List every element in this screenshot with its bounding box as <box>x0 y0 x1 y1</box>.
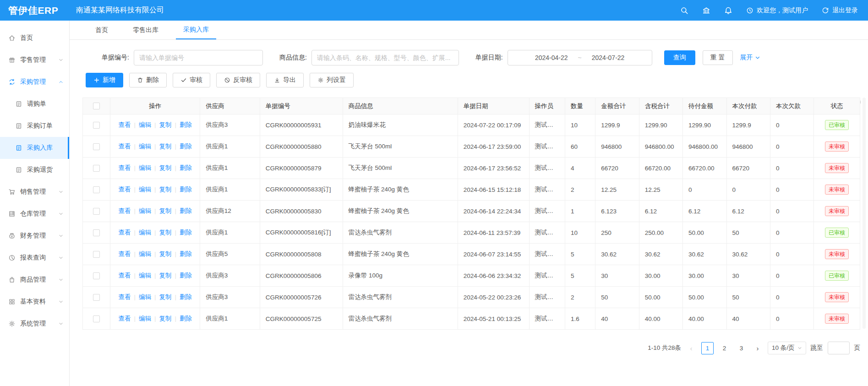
delete-link[interactable]: 删除 <box>172 143 192 150</box>
delete-link[interactable]: 删除 <box>172 294 192 300</box>
tab-retail-outbound[interactable]: 零售出库 <box>126 21 166 39</box>
edit-link[interactable]: 编辑 <box>131 164 151 171</box>
row-checkbox[interactable] <box>93 229 100 236</box>
view-link[interactable]: 查看 <box>118 164 131 171</box>
sidebar-item-product-mgmt[interactable]: 商品管理 <box>0 269 69 291</box>
sidebar-item-purchase-inbound[interactable]: 采购入库 <box>0 137 69 159</box>
row-actions: 查看编辑复制删除 <box>118 186 192 193</box>
edit-link[interactable]: 编辑 <box>131 272 151 279</box>
unaudit-button[interactable]: 反审核 <box>216 73 260 87</box>
view-link[interactable]: 查看 <box>118 121 131 128</box>
date-from-value[interactable]: 2024-04-22 <box>535 54 568 61</box>
row-checkbox[interactable] <box>93 294 100 301</box>
bank-icon[interactable] <box>702 6 710 15</box>
delete-button[interactable]: 删除 <box>129 73 167 87</box>
view-link[interactable]: 查看 <box>118 229 131 236</box>
sidebar-item-purchase-return[interactable]: 采购退货 <box>0 159 69 181</box>
bill-no-input[interactable] <box>134 50 263 65</box>
copy-link[interactable]: 复制 <box>151 186 172 193</box>
view-link[interactable]: 查看 <box>118 143 131 150</box>
row-checkbox[interactable] <box>93 186 100 193</box>
tab-purchase-inbound[interactable]: 采购入库 <box>176 21 216 39</box>
delete-link[interactable]: 删除 <box>172 229 192 236</box>
table-scrollbar[interactable] <box>863 98 866 329</box>
sidebar-item-retail-mgmt[interactable]: 零售管理 <box>0 49 69 71</box>
sidebar-item-purchase-mgmt[interactable]: 采购管理 <box>0 71 69 93</box>
row-checkbox[interactable] <box>93 208 100 215</box>
copy-link[interactable]: 复制 <box>151 164 172 171</box>
view-link[interactable]: 查看 <box>118 207 131 214</box>
page-button-3[interactable]: 3 <box>735 342 748 354</box>
row-checkbox[interactable] <box>93 315 100 322</box>
bell-icon[interactable] <box>724 6 732 15</box>
copy-link[interactable]: 复制 <box>151 250 172 257</box>
row-checkbox[interactable] <box>93 122 100 129</box>
delete-link[interactable]: 删除 <box>172 186 192 193</box>
search-button[interactable]: 查询 <box>664 50 695 65</box>
sidebar-item-system-mgmt[interactable]: 系统管理 <box>0 313 69 335</box>
search-icon[interactable] <box>680 6 688 15</box>
page-size-select[interactable]: 10 条/页 <box>768 342 806 354</box>
edit-link[interactable]: 编辑 <box>131 207 151 214</box>
audit-button[interactable]: 审核 <box>173 73 210 87</box>
copy-link[interactable]: 复制 <box>151 121 172 128</box>
copy-link[interactable]: 复制 <box>151 207 172 214</box>
copy-link[interactable]: 复制 <box>151 229 172 236</box>
sidebar: 首页 零售管理 采购管理 请购单 采购订单 采购入库 <box>0 21 70 386</box>
edit-link[interactable]: 编辑 <box>131 229 151 236</box>
sidebar-item-purchase-order[interactable]: 采购订单 <box>0 115 69 137</box>
edit-link[interactable]: 编辑 <box>131 315 151 322</box>
sidebar-item-basic-data[interactable]: 基本资料 <box>0 291 69 313</box>
sidebar-item-purchase-request[interactable]: 请购单 <box>0 93 69 115</box>
date-to-value[interactable]: 2024-07-22 <box>592 54 625 61</box>
edit-link[interactable]: 编辑 <box>131 121 151 128</box>
expand-toggle[interactable]: 展开 <box>740 54 760 62</box>
row-checkbox[interactable] <box>93 251 100 258</box>
delete-link[interactable]: 删除 <box>172 164 192 171</box>
delete-link[interactable]: 删除 <box>172 315 192 322</box>
logout-button[interactable]: 退出登录 <box>822 6 858 15</box>
delete-link[interactable]: 删除 <box>172 207 192 214</box>
view-link[interactable]: 查看 <box>118 250 131 257</box>
sidebar-item-home[interactable]: 首页 <box>0 27 69 49</box>
select-all-checkbox[interactable] <box>93 103 100 109</box>
delete-link[interactable]: 删除 <box>172 121 192 128</box>
user-welcome[interactable]: 欢迎您，测试用户 <box>746 6 808 15</box>
row-checkbox[interactable] <box>93 143 100 150</box>
row-checkbox[interactable] <box>93 272 100 279</box>
delete-link[interactable]: 删除 <box>172 250 192 257</box>
sidebar-item-finance-mgmt[interactable]: 财务管理 <box>0 225 69 247</box>
tab-home[interactable]: 首页 <box>88 21 115 39</box>
chevron-down-icon <box>58 233 64 239</box>
export-button[interactable]: 导出 <box>266 73 304 87</box>
copy-link[interactable]: 复制 <box>151 272 172 279</box>
next-page-button[interactable]: › <box>752 344 763 352</box>
column-settings-button[interactable]: 列设置 <box>310 73 354 87</box>
view-link[interactable]: 查看 <box>118 294 131 300</box>
edit-link[interactable]: 编辑 <box>131 186 151 193</box>
copy-link[interactable]: 复制 <box>151 315 172 322</box>
copy-link[interactable]: 复制 <box>151 294 172 300</box>
copy-link[interactable]: 复制 <box>151 143 172 150</box>
sidebar-item-warehouse-mgmt[interactable]: 仓库管理 <box>0 203 69 225</box>
sidebar-item-sales-mgmt[interactable]: 销售管理 <box>0 181 69 203</box>
page-jump-input[interactable] <box>828 342 850 354</box>
delete-link[interactable]: 删除 <box>172 272 192 279</box>
sidebar-item-report-query[interactable]: 报表查询 <box>0 247 69 269</box>
row-checkbox[interactable] <box>93 165 100 172</box>
page-button-1[interactable]: 1 <box>701 342 714 354</box>
edit-link[interactable]: 编辑 <box>131 143 151 150</box>
edit-link[interactable]: 编辑 <box>131 294 151 300</box>
cell-owed: 0 <box>770 179 813 201</box>
reset-button[interactable]: 重 置 <box>703 50 733 65</box>
date-range-picker[interactable]: 2024-04-22 ~ 2024-07-22 <box>508 50 652 65</box>
view-link[interactable]: 查看 <box>118 315 131 322</box>
view-link[interactable]: 查看 <box>118 272 131 279</box>
cell-payable: 1299.90 <box>683 114 726 136</box>
product-info-input[interactable] <box>311 50 459 65</box>
view-link[interactable]: 查看 <box>118 186 131 193</box>
edit-link[interactable]: 编辑 <box>131 250 151 257</box>
add-button[interactable]: 新增 <box>86 73 123 87</box>
page-button-2[interactable]: 2 <box>718 342 731 354</box>
prev-page-button[interactable]: ‹ <box>686 344 697 352</box>
